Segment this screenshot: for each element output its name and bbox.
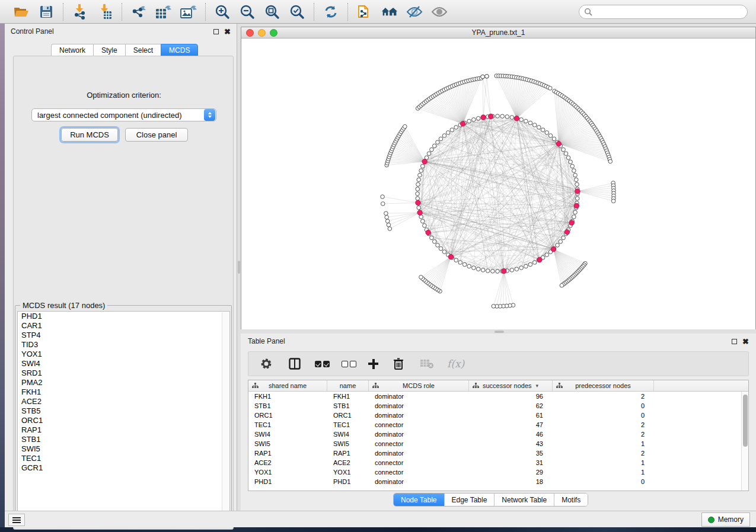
network-node[interactable] <box>467 264 471 268</box>
deselect-all-icon[interactable] <box>342 361 356 367</box>
column-header-name[interactable]: name <box>327 380 369 391</box>
table-cell[interactable]: 0 <box>553 477 654 486</box>
network-node[interactable] <box>423 223 427 227</box>
network-node[interactable] <box>573 173 578 177</box>
network-leaf-node[interactable] <box>387 223 391 227</box>
close-panel-icon[interactable]: ✖ <box>224 29 231 34</box>
network-node[interactable] <box>416 197 420 201</box>
network-node[interactable] <box>458 261 462 265</box>
network-node[interactable] <box>481 268 485 273</box>
table-cell[interactable]: TEC1 <box>327 420 369 430</box>
network-node[interactable] <box>528 262 532 267</box>
table-cell[interactable]: 29 <box>469 467 553 477</box>
network-node[interactable] <box>436 140 440 145</box>
network-hub-node[interactable] <box>481 115 486 120</box>
table-cell[interactable]: connector <box>369 467 469 477</box>
network-node[interactable] <box>416 182 420 187</box>
zoom-in-icon[interactable] <box>214 4 231 20</box>
network-node[interactable] <box>545 131 549 135</box>
table-cell[interactable]: dominator <box>369 401 469 411</box>
table-cell[interactable]: connector <box>369 420 469 430</box>
network-leaf-node[interactable] <box>611 199 615 203</box>
tab-motifs[interactable]: Motifs <box>554 493 588 506</box>
network-node[interactable] <box>564 152 568 156</box>
network-node[interactable] <box>472 118 476 122</box>
table-row[interactable]: PHD1PHD1dominator180 <box>248 477 748 486</box>
zoom-out-icon[interactable] <box>239 4 256 20</box>
network-node[interactable] <box>418 173 422 177</box>
table-cell[interactable]: SWI4 <box>327 430 369 439</box>
network-node[interactable] <box>432 239 436 243</box>
table-cell[interactable]: 2 <box>553 448 654 458</box>
table-cell[interactable]: 62 <box>469 401 553 411</box>
network-node[interactable] <box>575 197 579 201</box>
network-hub-node[interactable] <box>514 116 519 121</box>
table-cell[interactable]: FKH1 <box>248 392 327 401</box>
network-node[interactable] <box>450 128 454 132</box>
share-network-document-icon[interactable] <box>356 4 373 20</box>
network-node[interactable] <box>524 119 528 123</box>
mcds-result-item[interactable]: STB1 <box>18 435 229 444</box>
network-node[interactable] <box>496 270 500 274</box>
network-node[interactable] <box>416 192 420 196</box>
table-cell[interactable]: ACE2 <box>248 458 327 467</box>
network-node[interactable] <box>472 266 476 270</box>
table-row[interactable]: SWI5SWI5connector431 <box>248 439 748 448</box>
network-node[interactable] <box>572 215 576 219</box>
network-node[interactable] <box>519 118 524 122</box>
network-node[interactable] <box>430 236 434 240</box>
close-panel-button[interactable]: Close panel <box>125 128 188 142</box>
network-node[interactable] <box>570 164 575 168</box>
network-node[interactable] <box>532 261 537 265</box>
network-node[interactable] <box>505 115 509 119</box>
table-cell[interactable]: 47 <box>469 420 553 430</box>
network-node[interactable] <box>574 178 578 182</box>
mcds-result-item[interactable]: ACE2 <box>18 397 229 406</box>
hide-graphics-details-icon[interactable] <box>406 4 423 20</box>
table-cell[interactable]: YOX1 <box>248 467 327 477</box>
import-table-icon[interactable] <box>97 4 113 20</box>
column-header-successor-nodes[interactable]: successor nodes▾ <box>469 380 553 391</box>
mcds-result-item[interactable]: STP4 <box>18 331 229 340</box>
network-node[interactable] <box>427 152 431 156</box>
network-leaf-node[interactable] <box>548 86 552 91</box>
network-leaf-node[interactable] <box>492 305 496 309</box>
table-row[interactable]: STB1STB1dominator620 <box>248 401 748 411</box>
network-node[interactable] <box>430 148 434 152</box>
network-leaf-node[interactable] <box>560 284 564 288</box>
table-cell[interactable]: STB1 <box>327 401 369 411</box>
tab-select[interactable]: Select <box>125 44 161 56</box>
criterion-dropdown[interactable]: largest connected component (undirected) <box>31 108 216 121</box>
network-node[interactable] <box>532 123 537 127</box>
network-node[interactable] <box>572 169 576 173</box>
export-image-icon[interactable] <box>180 4 197 20</box>
table-cell[interactable]: 43 <box>469 439 553 448</box>
export-table-icon[interactable] <box>155 4 172 20</box>
home-icon[interactable] <box>381 4 398 20</box>
network-node[interactable] <box>552 137 556 141</box>
table-cell[interactable]: SWI4 <box>248 430 327 439</box>
network-leaf-node[interactable] <box>385 215 389 219</box>
table-cell[interactable]: 96 <box>469 392 553 401</box>
mcds-result-item[interactable]: PHD1 <box>18 312 229 321</box>
network-node[interactable] <box>486 269 490 273</box>
table-cell[interactable]: 2 <box>553 430 654 439</box>
network-node[interactable] <box>569 160 573 164</box>
network-hub-node[interactable] <box>575 189 580 194</box>
network-hub-node[interactable] <box>417 210 422 215</box>
network-node[interactable] <box>420 219 425 223</box>
network-node[interactable] <box>462 262 467 267</box>
network-node[interactable] <box>467 119 471 123</box>
tab-style[interactable]: Style <box>93 44 125 56</box>
table-cell[interactable]: RAP1 <box>248 448 327 458</box>
network-leaf-node[interactable] <box>403 124 407 129</box>
float-window-icon[interactable] <box>732 339 737 344</box>
network-node[interactable] <box>500 114 505 118</box>
mcds-result-item[interactable]: PMA2 <box>18 378 229 387</box>
network-node[interactable] <box>519 266 524 270</box>
show-graphics-details-icon[interactable] <box>431 4 448 20</box>
table-cell[interactable]: SWI5 <box>248 439 327 448</box>
refresh-icon[interactable] <box>323 4 339 20</box>
network-node[interactable] <box>419 215 423 219</box>
network-node[interactable] <box>417 178 421 182</box>
